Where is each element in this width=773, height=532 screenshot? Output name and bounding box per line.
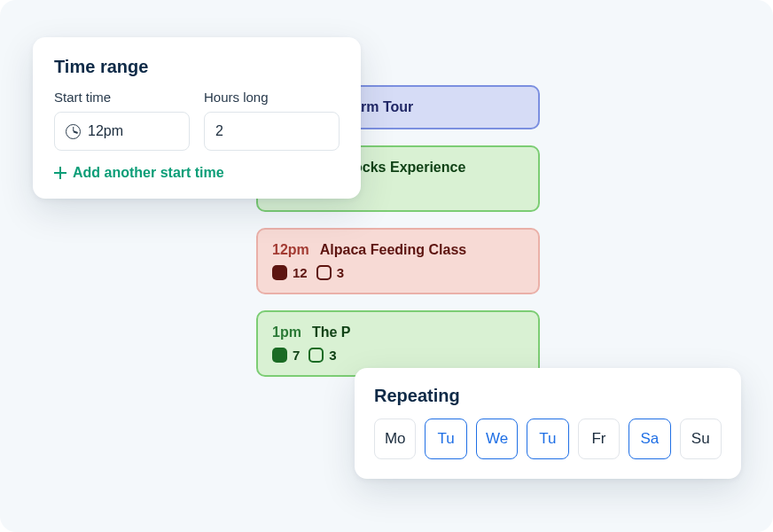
event-time: 12pm <box>272 242 309 258</box>
repeating-title: Repeating <box>374 386 722 406</box>
day-toggle[interactable]: Su <box>680 419 722 459</box>
open-value: 3 <box>337 265 344 280</box>
time-range-card: Time range Start time 12pm Hours long 2 … <box>33 37 361 199</box>
hours-long-field: Hours long 2 <box>204 90 340 151</box>
day-toggle[interactable]: Sa <box>629 419 670 459</box>
clock-icon <box>66 124 81 139</box>
booked-count: 7 <box>272 348 300 363</box>
event-header: 1pm The P <box>272 325 524 340</box>
hours-long-label: Hours long <box>204 90 340 105</box>
start-time-value: 12pm <box>88 123 123 139</box>
filled-chip-icon <box>272 348 287 363</box>
hours-long-value: 2 <box>215 123 223 139</box>
event-title: Alpaca Feeding Class <box>320 242 466 258</box>
time-range-fields: Start time 12pm Hours long 2 <box>54 90 340 151</box>
day-toggle[interactable]: Tu <box>425 419 466 459</box>
filled-chip-icon <box>272 265 287 280</box>
event-meta: 7 3 <box>272 348 524 363</box>
day-toggle[interactable]: Mo <box>374 419 416 459</box>
booked-value: 12 <box>293 265 308 280</box>
add-start-time-button[interactable]: Add another start time <box>54 165 340 181</box>
add-start-time-label: Add another start time <box>73 165 224 181</box>
booked-value: 7 <box>293 348 300 363</box>
canvas: 9am pple Farm Tour 11am Paddocks Experie… <box>0 0 773 532</box>
start-time-field: Start time 12pm <box>54 90 190 151</box>
outline-chip-icon <box>316 265 332 280</box>
plus-icon <box>54 167 66 179</box>
open-count: 3 <box>308 348 336 363</box>
day-toggle[interactable]: We <box>476 419 518 459</box>
booked-count: 12 <box>272 265 308 280</box>
time-range-title: Time range <box>54 57 340 77</box>
open-count: 3 <box>316 265 344 280</box>
event-title: The P <box>312 325 351 340</box>
event-header: 12pm Alpaca Feeding Class <box>272 242 524 258</box>
start-time-label: Start time <box>54 90 190 105</box>
event-meta: 12 3 <box>272 265 524 280</box>
day-toggle[interactable]: Tu <box>527 419 568 459</box>
event-card[interactable]: 12pm Alpaca Feeding Class 12 3 <box>256 228 540 294</box>
hours-long-input[interactable]: 2 <box>204 112 340 151</box>
days-row: MoTuWeTuFrSaSu <box>374 419 722 459</box>
open-value: 3 <box>329 348 336 363</box>
day-toggle[interactable]: Fr <box>578 419 620 459</box>
event-time: 1pm <box>272 325 301 340</box>
start-time-input[interactable]: 12pm <box>54 112 190 151</box>
outline-chip-icon <box>308 348 324 363</box>
event-card[interactable]: 1pm The P 7 3 <box>256 310 540 377</box>
repeating-card: Repeating MoTuWeTuFrSaSu <box>355 368 741 479</box>
